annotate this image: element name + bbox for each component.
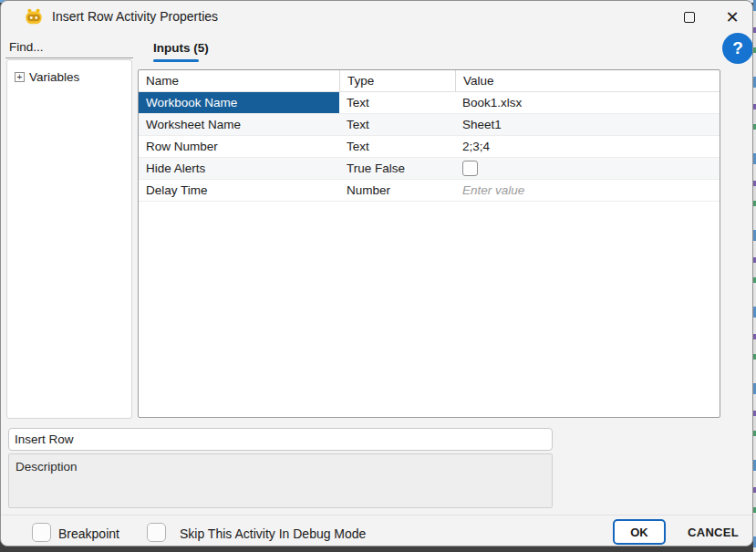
cancel-button[interactable]: CANCEL [678,519,749,545]
row-type-cell: Text [339,136,455,157]
row-name-cell[interactable]: Workbook Name [139,92,339,113]
find-input[interactable]: Find... [5,36,133,58]
column-header-value[interactable]: Value [455,70,720,91]
skip-debug-label: Skip This Activity In Debug Mode [180,526,366,541]
row-value-cell[interactable]: Sheet1 [455,114,720,135]
row-value-cell [455,158,720,179]
tree-item-label: Variables [29,70,79,84]
table-row-worksheet-name[interactable]: Worksheet Name Text Sheet1 [139,114,720,136]
tree-item-variables[interactable]: + Variables [7,60,131,94]
table-row-row-number[interactable]: Row Number Text 2;3;4 [139,136,720,158]
window-title: Insert Row Activity Properties [52,1,218,32]
properties-dialog: Insert Row Activity Properties ✕ ? Find.… [0,0,753,547]
table-row-workbook-name[interactable]: Workbook Name Text Book1.xlsx [139,92,720,114]
description-textarea[interactable]: Description [8,453,553,508]
help-icon: ? [732,38,743,58]
row-name-cell[interactable]: Row Number [139,136,339,157]
robot-app-icon [24,7,44,27]
delay-time-value-input[interactable]: Enter value [455,180,720,201]
row-type-cell: True False [339,158,455,179]
column-header-type[interactable]: Type [339,70,455,91]
titlebar: Insert Row Activity Properties ✕ [1,1,752,32]
expand-icon[interactable]: + [15,72,25,82]
inputs-table: Name Type Value Workbook Name Text Book1… [138,69,720,418]
ok-button[interactable]: OK [613,519,666,545]
row-name-cell[interactable]: Hide Alerts [139,158,339,179]
row-name-cell[interactable]: Delay Time [139,180,339,201]
row-type-cell: Number [339,180,455,201]
row-value-cell[interactable]: 2;3;4 [455,136,720,157]
close-button[interactable]: ✕ [720,6,744,28]
breakpoint-checkbox[interactable] [32,523,51,542]
maximize-button[interactable] [678,8,701,26]
breakpoint-label: Breakpoint [58,526,119,541]
footer-divider [1,515,752,516]
tab-inputs[interactable]: Inputs (5) [153,41,209,55]
row-name-cell[interactable]: Worksheet Name [139,114,339,135]
variables-tree-panel: + Variables [6,59,132,419]
table-row-hide-alerts[interactable]: Hide Alerts True False [139,158,720,180]
table-row-delay-time[interactable]: Delay Time Number Enter value [139,180,720,202]
row-type-cell: Text [339,92,455,113]
help-button[interactable]: ? [722,33,753,64]
skip-debug-checkbox[interactable] [147,523,166,542]
column-header-name[interactable]: Name [139,70,339,91]
close-icon: ✕ [725,8,739,26]
table-header-row: Name Type Value [139,70,720,92]
tab-active-indicator [153,59,199,62]
activity-name-input[interactable]: Insert Row [8,428,553,451]
maximize-icon [684,12,695,23]
hide-alerts-checkbox[interactable] [462,161,478,176]
row-type-cell: Text [339,114,455,135]
row-value-cell[interactable]: Book1.xlsx [455,92,720,113]
